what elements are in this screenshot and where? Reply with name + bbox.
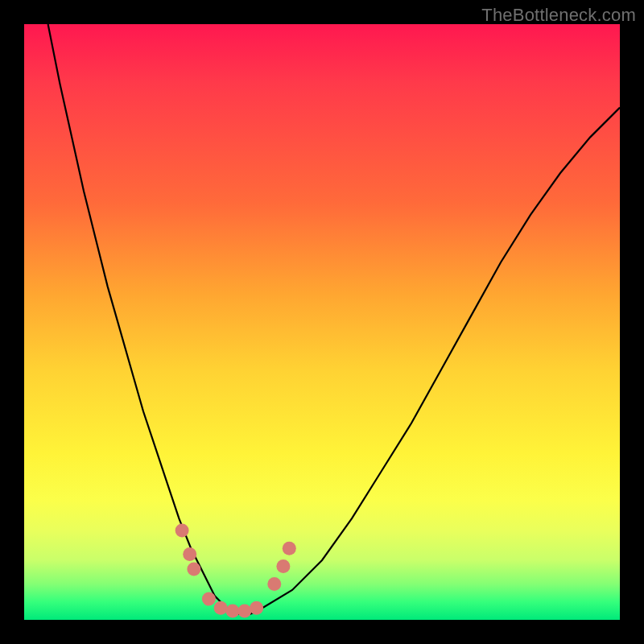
marker-dot	[187, 563, 200, 576]
plot-area	[24, 24, 620, 620]
curve-layer	[24, 24, 620, 620]
chart-frame: TheBottleneck.com	[0, 0, 644, 644]
marker-dot	[226, 604, 240, 617]
marker-dot	[250, 601, 263, 615]
marker-dot	[283, 542, 296, 555]
marker-dot	[276, 559, 290, 573]
watermark-text: TheBottleneck.com	[481, 5, 636, 26]
marker-dot	[267, 577, 281, 591]
marker-dot	[237, 604, 251, 617]
marker-dot	[175, 524, 189, 538]
curve-markers	[175, 524, 296, 618]
marker-dot	[202, 592, 216, 606]
bottleneck-curve	[48, 24, 620, 614]
marker-dot	[183, 547, 196, 561]
marker-dot	[214, 601, 228, 615]
